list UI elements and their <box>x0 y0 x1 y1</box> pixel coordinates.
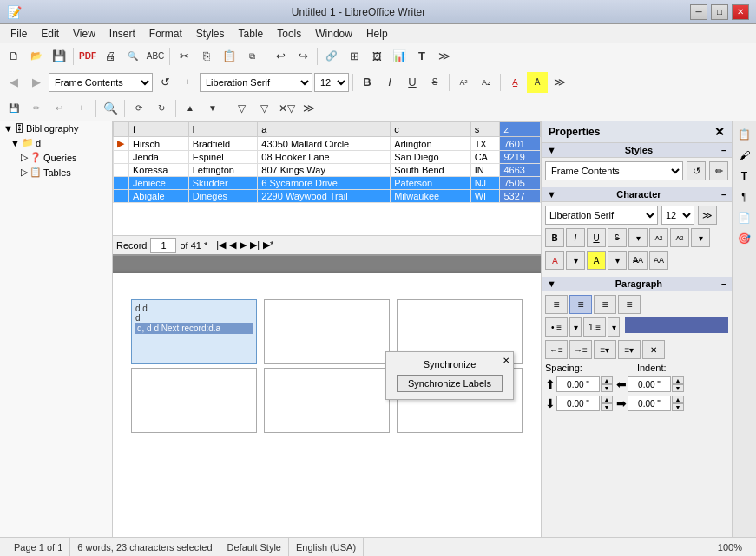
zoom-status[interactable]: 100% <box>711 538 749 556</box>
redo-btn[interactable]: ↪ <box>293 46 313 67</box>
chart-btn[interactable]: 📊 <box>389 46 410 67</box>
nav-last-btn[interactable]: ▶| <box>250 239 260 251</box>
undo-btn[interactable]: ↩ <box>270 46 291 67</box>
target-icon[interactable]: 🎯 <box>735 229 754 248</box>
datasource-add[interactable]: + <box>71 98 92 119</box>
cell-c[interactable]: Milwaukee <box>391 190 470 203</box>
char-superscript-btn[interactable]: A2 <box>649 228 668 247</box>
copy-btn[interactable]: ⎘ <box>196 46 217 67</box>
cell-l[interactable]: Lettington <box>188 164 258 177</box>
properties-close-btn[interactable]: ✕ <box>714 125 725 139</box>
nav-last[interactable]: ▼ <box>202 98 223 119</box>
align-justify-btn[interactable]: ≡ <box>618 295 641 314</box>
tree-queries[interactable]: ▷ ❓ Queries <box>0 150 112 165</box>
label-box-4[interactable] <box>131 368 257 433</box>
indent-right-down[interactable]: ▼ <box>672 403 684 411</box>
char-icon[interactable]: T <box>735 167 754 186</box>
cell-z[interactable]: 5327 <box>500 190 541 203</box>
cell-l[interactable]: Bradfield <box>188 137 258 151</box>
filter-btn[interactable]: ▽ <box>231 98 252 119</box>
tb-btn1[interactable]: ⟳ <box>128 98 149 119</box>
cell-z[interactable]: 4663 <box>500 164 541 177</box>
align-left-btn[interactable]: ≡ <box>545 295 568 314</box>
spacing-above-input[interactable] <box>556 376 600 392</box>
nav-first[interactable]: ▲ <box>180 98 201 119</box>
label-box-5[interactable] <box>264 368 390 433</box>
superscript-btn[interactable]: A² <box>453 72 474 93</box>
nav-new-btn[interactable]: ▶* <box>263 239 273 251</box>
print-btn[interactable]: 🖨 <box>100 46 121 67</box>
shadow-btn2[interactable]: AA <box>649 251 668 270</box>
cell-f[interactable]: Abigale <box>129 190 189 203</box>
fwd-btn[interactable]: ▶ <box>26 72 47 93</box>
styles-section-header[interactable]: ▼ Styles – <box>542 143 732 158</box>
cell-a[interactable]: 43050 Mallard Circle <box>258 137 391 151</box>
character-section-header[interactable]: ▼ Character – <box>542 187 732 202</box>
tree-d[interactable]: ▼ 📁 d <box>0 135 112 150</box>
document-area[interactable]: d d d d, d d Next record:d.a ✕ Synchroni… <box>113 256 541 537</box>
cell-l[interactable]: Dineges <box>188 190 258 203</box>
cut-btn[interactable]: ✂ <box>174 46 194 67</box>
new-btn[interactable]: 🗋 <box>3 46 24 67</box>
highlight-dropdown[interactable]: ▾ <box>608 251 627 270</box>
save-btn[interactable]: 💾 <box>49 46 69 67</box>
size-select[interactable]: 12 <box>314 73 349 92</box>
col-l-header[interactable]: l <box>188 122 258 137</box>
col-a-header[interactable]: a <box>258 122 391 137</box>
text-btn[interactable]: T <box>411 46 432 67</box>
cell-a[interactable]: 2290 Waywood Trail <box>258 190 391 203</box>
cell-c[interactable]: Paterson <box>391 177 470 190</box>
menu-view[interactable]: View <box>66 26 102 42</box>
table-btn[interactable]: ⊞ <box>344 46 365 67</box>
image-btn[interactable]: 🖼 <box>366 46 387 67</box>
table-row[interactable]: Jenda Espinel 08 Hooker Lane San Diego C… <box>114 151 541 164</box>
nav-prev-btn[interactable]: ◀ <box>229 239 236 251</box>
char-bold-btn[interactable]: B <box>545 228 564 247</box>
spell-btn[interactable]: ABC <box>145 46 166 67</box>
underline-btn[interactable]: U <box>402 72 423 93</box>
style-refresh-btn[interactable]: ↺ <box>687 161 706 180</box>
spacing-below-down[interactable]: ▼ <box>601 403 613 411</box>
sync-close-btn[interactable]: ✕ <box>503 356 509 365</box>
properties-icon[interactable]: 📋 <box>735 125 754 144</box>
more-btn[interactable]: ≫ <box>434 46 455 67</box>
para-clear-btn[interactable]: ✕ <box>642 340 665 359</box>
char-size-expand[interactable]: ≫ <box>698 206 717 225</box>
table-row[interactable]: Koressa Lettington 807 Kings Way South B… <box>114 164 541 177</box>
cell-s[interactable]: CA <box>470 151 500 164</box>
table-row[interactable]: Jeniece Skudder 6 Sycamore Drive Paterso… <box>114 177 541 190</box>
styles-select[interactable]: Frame Contents <box>545 161 683 180</box>
spacing-below-input[interactable] <box>556 396 600 411</box>
char-size-select[interactable]: 12 <box>661 206 694 225</box>
subscript-btn[interactable]: A₂ <box>476 72 496 93</box>
style-refresh[interactable]: ↺ <box>154 72 175 93</box>
strikethrough-btn2[interactable]: A̶A <box>628 251 648 270</box>
indent-decrease-btn[interactable]: ←≡ <box>545 340 568 359</box>
cell-c[interactable]: Arlington <box>391 137 470 151</box>
para-dropdown4[interactable]: ≡▾ <box>618 340 641 359</box>
col-z-header[interactable]: z <box>500 122 541 137</box>
menu-help[interactable]: Help <box>359 26 395 42</box>
more2-btn[interactable]: ≫ <box>549 72 570 93</box>
tree-tables[interactable]: ▷ 📋 Tables <box>0 165 112 180</box>
align-right-btn[interactable]: ≡ <box>594 295 616 314</box>
style-edit-btn[interactable]: ✏ <box>709 161 728 180</box>
fontcolor-btn[interactable]: A̲ <box>504 72 525 93</box>
para-icon[interactable]: ¶ <box>735 187 754 206</box>
datasource-grid[interactable]: f l a c s z ▶ Hirsch Bradfield <box>113 121 541 235</box>
para-dropdown3[interactable]: ≡▾ <box>594 340 616 359</box>
cell-c[interactable]: South Bend <box>391 164 470 177</box>
filter-remove[interactable]: ✕▽ <box>276 98 297 119</box>
maximize-button[interactable]: □ <box>711 4 728 20</box>
indent-right-input[interactable] <box>628 396 671 411</box>
tree-bibliography[interactable]: ▼ 🗄 Bibliography <box>0 121 112 135</box>
indent-increase-btn[interactable]: →≡ <box>569 340 592 359</box>
col-f-header[interactable]: f <box>129 122 189 137</box>
align-center-btn[interactable]: ≡ <box>569 295 592 314</box>
menu-format[interactable]: Format <box>142 26 189 42</box>
cell-f[interactable]: Koressa <box>129 164 189 177</box>
cell-l[interactable]: Espinel <box>188 151 258 164</box>
table-row[interactable]: ▶ Hirsch Bradfield 43050 Mallard Circle … <box>114 137 541 151</box>
label-box-2[interactable] <box>264 299 390 364</box>
preview-btn[interactable]: 🔍 <box>122 46 143 67</box>
